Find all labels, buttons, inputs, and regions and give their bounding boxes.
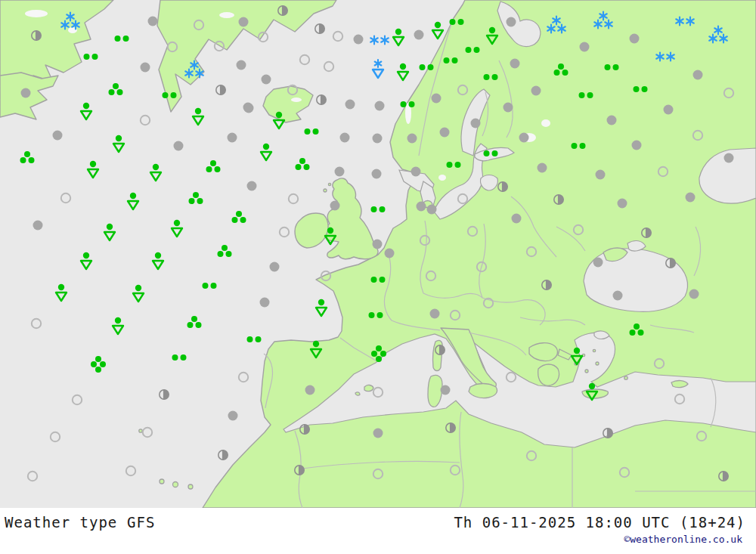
overcast-icon	[613, 291, 623, 301]
sweden-lake-vanern	[438, 175, 446, 181]
land-aegean-island	[596, 362, 599, 365]
overcast-icon	[580, 42, 590, 52]
overcast-icon	[686, 193, 696, 203]
overcast-icon	[228, 411, 238, 421]
overcast-icon	[373, 240, 383, 249]
weather-map-page: Weather type GFS Th 06-11-2025 18:00 UTC…	[0, 0, 756, 554]
overcast-icon	[354, 35, 364, 45]
svalbard-ice-patch	[219, 12, 234, 18]
copyright-link[interactable]: ©weatheronline.co.uk	[624, 534, 742, 545]
russia-lake-onega	[541, 119, 550, 127]
iceland-glacier-patch	[291, 97, 302, 102]
overcast-icon	[724, 153, 734, 163]
overcast-icon	[630, 34, 640, 44]
overcast-icon	[174, 141, 184, 151]
land-ibiza	[355, 392, 360, 395]
model-label: GFS	[127, 514, 155, 531]
overcast-icon	[512, 214, 522, 224]
overcast-icon	[270, 262, 280, 272]
overcast-icon	[693, 70, 703, 80]
overcast-icon	[372, 169, 382, 179]
overcast-icon	[345, 100, 355, 110]
overcast-icon	[244, 104, 254, 113]
land-canary-island	[173, 482, 178, 487]
overcast-icon	[148, 17, 158, 26]
overcast-icon	[373, 429, 383, 438]
land-hebrides	[328, 183, 330, 185]
overcast-icon	[432, 94, 442, 104]
overcast-icon	[430, 309, 440, 319]
product-label: Weather type	[5, 514, 117, 531]
overcast-icon	[471, 119, 481, 128]
land-sicily	[469, 384, 497, 398]
overcast-icon	[427, 205, 437, 215]
land-canary-island	[188, 484, 193, 489]
overcast-icon	[407, 134, 417, 144]
europe-weather-map	[0, 0, 756, 508]
caption-bar: Weather type GFS Th 06-11-2025 18:00 UTC…	[0, 508, 756, 554]
overcast-icon	[330, 201, 340, 211]
overcast-icon	[53, 131, 63, 141]
overcast-icon	[507, 17, 516, 27]
map-area	[0, 0, 756, 508]
overcast-icon	[340, 133, 350, 143]
overcast-icon	[33, 221, 43, 231]
land-mallorca	[364, 385, 373, 391]
overcast-icon	[305, 385, 315, 395]
overcast-icon	[503, 103, 513, 113]
land-rhodes	[624, 376, 627, 379]
overcast-icon	[247, 181, 257, 191]
overcast-icon	[510, 59, 520, 69]
overcast-icon	[593, 258, 603, 268]
overcast-icon	[411, 167, 421, 177]
overcast-icon	[632, 141, 642, 150]
overcast-icon	[260, 298, 270, 308]
overcast-icon	[414, 30, 424, 40]
overcast-icon	[375, 101, 385, 111]
overcast-icon	[262, 75, 271, 85]
overcast-icon	[531, 86, 541, 96]
overcast-icon	[607, 116, 617, 125]
land-aegean-island	[593, 349, 595, 351]
overcast-icon	[237, 60, 246, 70]
overcast-icon	[538, 163, 547, 173]
overcast-icon	[141, 63, 150, 73]
overcast-icon	[21, 88, 31, 98]
overcast-icon	[689, 289, 699, 299]
overcast-icon	[664, 105, 674, 115]
overcast-icon	[596, 170, 606, 180]
land-peloponnese	[538, 364, 559, 385]
land-madeira	[139, 429, 142, 432]
land-cyprus	[671, 381, 688, 388]
overcast-icon	[335, 167, 345, 177]
overcast-icon	[441, 385, 451, 395]
land-canary-island	[160, 479, 164, 484]
datetime-label: Th 06-11-2025 18:00 UTC (18+24)	[454, 514, 745, 531]
overcast-icon	[228, 133, 237, 143]
overcast-icon	[519, 133, 529, 143]
overcast-icon	[373, 134, 383, 144]
overcast-icon	[417, 202, 426, 212]
greenland-icecap-patch	[25, 10, 48, 17]
overcast-icon	[440, 128, 450, 138]
overcast-icon	[385, 249, 395, 258]
overcast-icon	[618, 199, 627, 209]
land-hebrides	[324, 189, 327, 192]
land-aegean-island	[585, 370, 588, 373]
overcast-icon	[239, 17, 249, 27]
